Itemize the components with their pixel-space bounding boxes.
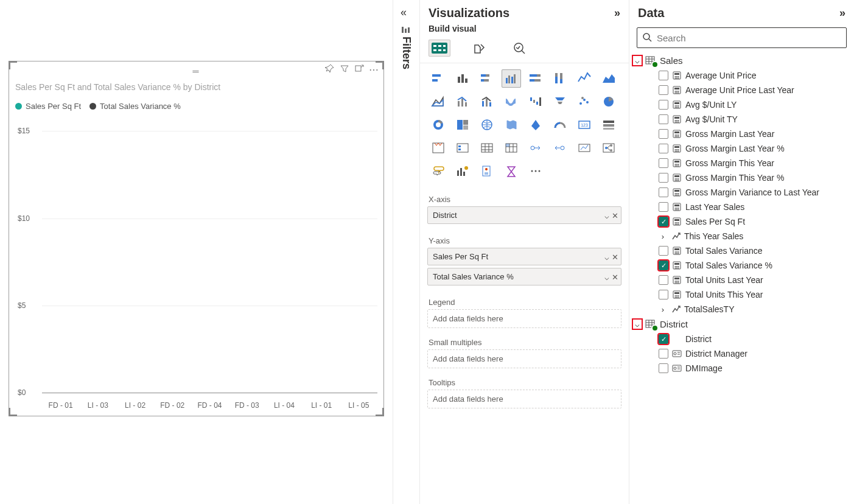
field-row[interactable]: ›TotalSalesTY — [632, 302, 849, 317]
field-checkbox[interactable] — [659, 261, 668, 270]
viz-type-funnel[interactable] — [550, 93, 570, 111]
field-checkbox[interactable] — [659, 144, 668, 153]
search-input[interactable] — [657, 33, 841, 43]
xaxis-field-pill[interactable]: District ⌵✕ — [427, 206, 621, 224]
filters-label[interactable]: Filters — [400, 37, 413, 69]
field-row[interactable]: Total Sales Variance — [632, 243, 849, 258]
field-checkbox[interactable] — [659, 158, 668, 168]
chevron-down-icon[interactable]: ⌵ — [604, 272, 609, 281]
expand-table-icon[interactable]: ⌵ — [633, 320, 642, 329]
collapse-visualizations-icon[interactable]: » — [614, 7, 620, 19]
viz-type-clusteredcol[interactable] — [453, 69, 472, 88]
small-multiples-well-drop[interactable]: Add data fields here — [427, 349, 621, 368]
report-canvas[interactable]: ═ ⋯ Sales Per Sq Ft and Total Sales Vari… — [0, 0, 393, 504]
filters-collapsed-rail[interactable]: « Filters — [393, 0, 419, 504]
more-options-icon[interactable]: ⋯ — [369, 64, 379, 75]
field-row[interactable]: ›This Year Sales — [632, 229, 849, 243]
viz-type-kpi[interactable] — [599, 116, 618, 134]
analytics-tab[interactable] — [509, 40, 531, 57]
drag-handle-icon[interactable]: ═ — [193, 66, 200, 76]
yaxis-field-pill-2[interactable]: Total Sales Variance % ⌵✕ — [427, 268, 621, 285]
field-checkbox[interactable] — [659, 217, 668, 226]
field-checkbox[interactable] — [659, 114, 668, 124]
viz-type-table[interactable] — [477, 139, 497, 157]
viz-type-decomptree[interactable] — [599, 139, 618, 157]
field-checkbox[interactable] — [659, 173, 668, 183]
search-box[interactable] — [637, 27, 847, 48]
field-checkbox[interactable] — [659, 349, 668, 359]
viz-type-area2[interactable] — [429, 93, 448, 111]
viz-type-pyviz[interactable] — [550, 139, 570, 157]
viz-type-stackedbar[interactable] — [477, 69, 497, 88]
field-row[interactable]: Gross Margin Last Year % — [632, 141, 849, 156]
expand-table-icon[interactable]: ⌵ — [633, 56, 642, 65]
viz-type-area[interactable] — [599, 69, 618, 88]
format-visual-tab[interactable] — [469, 40, 491, 57]
field-row[interactable]: Average Unit Price Last Year — [632, 83, 849, 97]
field-row[interactable]: Total Sales Variance % — [632, 258, 849, 273]
field-checkbox[interactable] — [659, 202, 668, 212]
field-row[interactable]: Gross Margin This Year — [632, 156, 849, 170]
viz-type-map[interactable] — [477, 116, 497, 134]
viz-type-stacked100-h[interactable] — [526, 69, 545, 88]
viz-type-linecol[interactable] — [453, 93, 472, 111]
viz-type-azuremap[interactable] — [526, 116, 545, 134]
field-checkbox[interactable] — [659, 129, 668, 139]
remove-field-icon[interactable]: ✕ — [612, 272, 618, 281]
field-row[interactable]: District — [632, 332, 849, 346]
viz-type-matrix[interactable] — [502, 139, 521, 157]
viz-type-pie[interactable] — [599, 93, 618, 111]
viz-type-stacked100[interactable] — [550, 69, 570, 88]
yaxis-field-pill-1[interactable]: Sales Per Sq Ft ⌵✕ — [427, 248, 621, 265]
field-row[interactable]: Avg $/Unit LY — [632, 97, 849, 112]
field-row[interactable]: Last Year Sales — [632, 200, 849, 214]
field-row[interactable]: Gross Margin Last Year — [632, 127, 849, 141]
viz-type-multicard[interactable] — [429, 139, 448, 157]
table-row[interactable]: ⌵District — [632, 317, 849, 332]
viz-type-rscript[interactable] — [526, 139, 545, 157]
field-row[interactable]: District Manager — [632, 346, 849, 361]
viz-type-appsource[interactable] — [502, 162, 521, 180]
remove-field-icon[interactable]: ✕ — [612, 252, 618, 261]
viz-type-smart[interactable] — [453, 162, 472, 180]
viz-type-keyinfl[interactable] — [575, 139, 594, 157]
expand-field-icon[interactable]: › — [659, 232, 667, 241]
table-row[interactable]: ⌵Sales — [632, 53, 849, 68]
field-row[interactable]: Average Unit Price — [632, 68, 849, 83]
field-row[interactable]: Gross Margin Variance to Last Year — [632, 185, 849, 200]
field-checkbox[interactable] — [659, 100, 668, 110]
chevron-down-icon[interactable]: ⌵ — [604, 252, 609, 261]
viz-type-waterfall[interactable] — [526, 93, 545, 111]
field-checkbox[interactable] — [659, 334, 668, 344]
chart-visual-frame[interactable]: ═ ⋯ Sales Per Sq Ft and Total Sales Vari… — [9, 61, 384, 416]
filter-icon[interactable] — [340, 64, 349, 75]
viz-type-filledmap[interactable] — [502, 116, 521, 134]
viz-type-slicer[interactable] — [453, 139, 472, 157]
viz-type-stackedbar-h[interactable] — [429, 69, 448, 88]
field-row[interactable]: Total Units This Year — [632, 287, 849, 302]
expand-field-icon[interactable]: › — [659, 305, 667, 314]
field-row[interactable]: Avg $/Unit TY — [632, 112, 849, 127]
field-row[interactable]: DMImage — [632, 361, 849, 376]
field-checkbox[interactable] — [659, 187, 668, 197]
viz-type-scatter[interactable] — [575, 93, 594, 111]
viz-type-donut[interactable] — [429, 116, 448, 134]
field-checkbox[interactable] — [659, 246, 668, 256]
focus-mode-icon[interactable] — [354, 64, 364, 75]
pin-icon[interactable] — [325, 64, 335, 75]
viz-type-qna[interactable] — [429, 162, 448, 180]
viz-type-ribbon[interactable] — [502, 93, 521, 111]
field-checkbox[interactable] — [659, 290, 668, 299]
legend-well-drop[interactable]: Add data fields here — [427, 309, 621, 328]
field-row[interactable]: Gross Margin This Year % — [632, 170, 849, 185]
remove-field-icon[interactable]: ✕ — [612, 211, 618, 220]
field-row[interactable]: Sales Per Sq Ft — [632, 214, 849, 229]
tooltips-well-drop[interactable]: Add data fields here — [427, 390, 621, 408]
field-checkbox[interactable] — [659, 275, 668, 285]
viz-type-card[interactable]: 123 — [575, 116, 594, 134]
collapse-data-icon[interactable]: » — [839, 7, 845, 19]
viz-type-line[interactable] — [575, 69, 594, 88]
viz-type-paginated[interactable] — [477, 162, 497, 180]
chevron-down-icon[interactable]: ⌵ — [604, 211, 609, 220]
viz-type-clusteredcol2[interactable] — [502, 69, 521, 88]
